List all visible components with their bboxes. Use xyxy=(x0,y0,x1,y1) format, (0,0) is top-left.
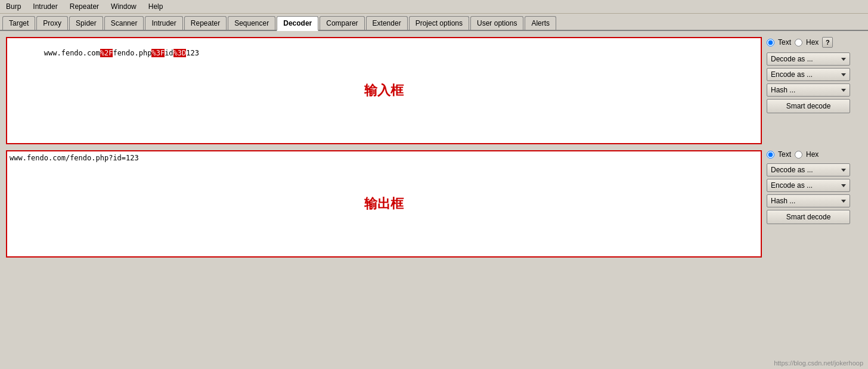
input-text-content: www.fendo.com%2Ffendo.php%3Fid%3D123 xyxy=(10,41,758,66)
output-hex-radio[interactable] xyxy=(795,151,802,159)
input-hash-dropdown[interactable]: Hash ... xyxy=(767,83,850,97)
tab-scanner[interactable]: Scanner xyxy=(104,16,144,30)
output-text-radio[interactable] xyxy=(767,151,774,159)
input-hex-label[interactable]: Hex xyxy=(806,38,819,46)
menu-intruder[interactable]: Intruder xyxy=(29,1,61,12)
output-text-content: www.fendo.com/fendo.php?id=123 xyxy=(10,154,758,162)
tabbar: Target Proxy Spider Scanner Intruder Rep… xyxy=(0,14,868,31)
input-highlight-2: %3F xyxy=(151,49,165,57)
input-encode-label: Encode as ... xyxy=(771,70,813,79)
output-encode-dropdown[interactable]: Encode as ... xyxy=(767,179,850,192)
output-radio-group: Text Hex xyxy=(767,150,819,159)
input-decode-arrow-icon xyxy=(841,58,846,61)
output-hash-dropdown[interactable]: Hash ... xyxy=(767,194,850,207)
output-label: 输出框 xyxy=(364,195,404,213)
input-text-middle: fendo.php xyxy=(113,49,151,57)
output-panel-row: www.fendo.com/fendo.php?id=123 输出框 Text … xyxy=(6,150,862,258)
tab-project-options[interactable]: Project options xyxy=(409,16,469,30)
tab-repeater[interactable]: Repeater xyxy=(184,16,227,30)
input-help-button[interactable]: ? xyxy=(822,37,833,48)
tab-proxy[interactable]: Proxy xyxy=(36,16,68,30)
output-controls: Text Hex Decode as ... Encode as ... Has… xyxy=(767,150,862,258)
output-textarea-box[interactable]: www.fendo.com/fendo.php?id=123 输出框 xyxy=(6,150,762,258)
input-text-suffix: 123 xyxy=(186,49,199,57)
menu-burp[interactable]: Burp xyxy=(2,1,24,12)
menubar: Burp Intruder Repeater Window Help xyxy=(0,0,868,14)
output-hash-arrow-icon xyxy=(841,200,846,203)
tab-alerts[interactable]: Alerts xyxy=(525,16,556,30)
tab-comparer[interactable]: Comparer xyxy=(320,16,364,30)
input-text-label[interactable]: Text xyxy=(778,38,791,46)
menu-window[interactable]: Window xyxy=(107,1,140,12)
input-textarea-box[interactable]: www.fendo.com%2Ffendo.php%3Fid%3D123 输入框 xyxy=(6,37,762,144)
input-highlight-1: %2F xyxy=(100,49,113,57)
input-text-id: id xyxy=(165,49,173,57)
input-decode-label: Decode as ... xyxy=(771,55,813,63)
input-hash-label: Hash ... xyxy=(771,86,795,94)
main-content: www.fendo.com%2Ffendo.php%3Fid%3D123 输入框… xyxy=(0,31,868,365)
menu-repeater[interactable]: Repeater xyxy=(66,1,103,12)
output-hex-label[interactable]: Hex xyxy=(806,150,819,159)
input-highlight-3: %3D xyxy=(173,49,187,57)
input-smart-decode-button[interactable]: Smart decode xyxy=(767,99,850,113)
output-text-label[interactable]: Text xyxy=(778,150,791,159)
tab-spider[interactable]: Spider xyxy=(69,16,103,30)
output-encode-arrow-icon xyxy=(841,184,846,187)
input-controls: Text Hex ? Decode as ... Encode as ... H… xyxy=(767,37,862,144)
output-decode-label: Decode as ... xyxy=(771,166,813,174)
input-panel-row: www.fendo.com%2Ffendo.php%3Fid%3D123 输入框… xyxy=(6,37,862,144)
tab-decoder[interactable]: Decoder xyxy=(277,16,318,31)
output-decode-arrow-icon xyxy=(841,169,846,172)
output-encode-label: Encode as ... xyxy=(771,181,813,190)
input-encode-dropdown[interactable]: Encode as ... xyxy=(767,68,850,81)
watermark: https://blog.csdn.net/jokerhoop xyxy=(774,359,863,365)
input-radio-group: Text Hex ? xyxy=(767,37,833,48)
input-encode-arrow-icon xyxy=(841,73,846,76)
tab-intruder[interactable]: Intruder xyxy=(145,16,182,30)
tab-target[interactable]: Target xyxy=(2,16,35,30)
output-decode-dropdown[interactable]: Decode as ... xyxy=(767,163,850,176)
output-hash-label: Hash ... xyxy=(771,197,795,205)
menu-help[interactable]: Help xyxy=(145,1,167,12)
input-text-prefix: www.fendo.com xyxy=(44,49,100,57)
input-decode-dropdown[interactable]: Decode as ... xyxy=(767,52,850,66)
input-label: 输入框 xyxy=(364,82,404,100)
tab-extender[interactable]: Extender xyxy=(366,16,408,30)
tab-sequencer[interactable]: Sequencer xyxy=(228,16,275,30)
tab-user-options[interactable]: User options xyxy=(470,16,523,30)
input-hex-radio[interactable] xyxy=(795,39,802,46)
input-text-radio[interactable] xyxy=(767,39,774,46)
output-smart-decode-button[interactable]: Smart decode xyxy=(767,210,850,224)
input-hash-arrow-icon xyxy=(841,89,846,92)
